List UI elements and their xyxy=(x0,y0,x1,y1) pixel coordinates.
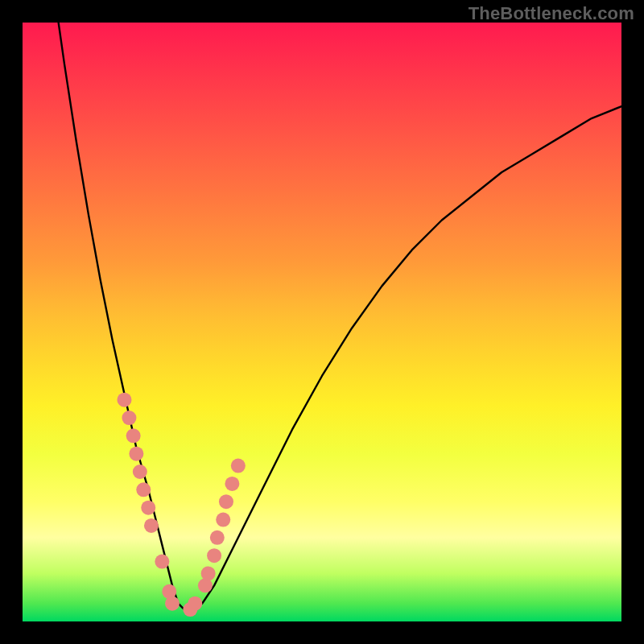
watermark-text: TheBottleneck.com xyxy=(469,3,634,24)
plot-background xyxy=(23,23,621,621)
chart-container: { "watermark": "TheBottleneck.com", "cha… xyxy=(0,0,644,644)
